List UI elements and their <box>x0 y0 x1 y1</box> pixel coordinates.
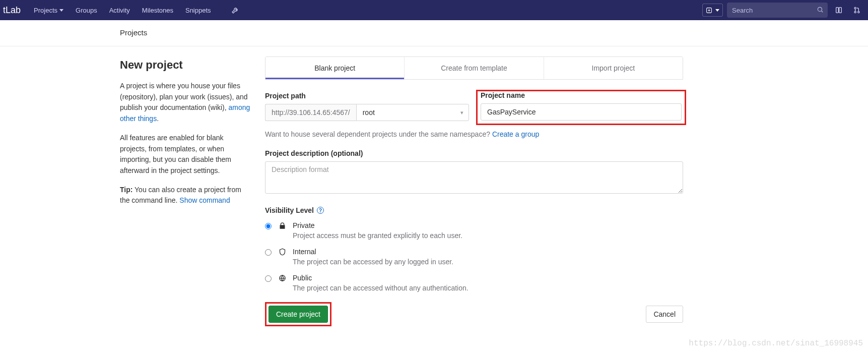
tab-import-project[interactable]: Import project <box>544 57 683 79</box>
visibility-level-label: Visibility Level ? <box>265 206 683 214</box>
breadcrumb: Projects <box>0 20 868 46</box>
brand[interactable]: tLab <box>0 5 28 16</box>
tab-blank-project[interactable]: Blank project <box>265 57 405 79</box>
visibility-private-name: Private <box>293 221 462 229</box>
nav-milestones[interactable]: Milestones <box>136 0 179 20</box>
search-icon[interactable] <box>817 6 824 15</box>
project-path-label: Project path <box>265 92 469 100</box>
namespace-value: root <box>363 108 375 116</box>
project-description-label: Project description (optional) <box>265 149 683 157</box>
breadcrumb-projects[interactable]: Projects <box>120 28 147 37</box>
svg-point-4 <box>854 7 856 9</box>
visibility-public-desc: The project can be accessed without any … <box>293 284 469 292</box>
container: New project A project is where you house… <box>0 46 695 346</box>
create-group-link[interactable]: Create a group <box>492 130 539 138</box>
globe-icon <box>278 274 287 282</box>
visibility-internal-desc: The project can be accessed by any logge… <box>293 258 453 266</box>
search-input[interactable] <box>732 7 817 14</box>
sidebar-p2: All features are enabled for blank proje… <box>120 133 251 177</box>
svg-rect-3 <box>839 8 842 13</box>
search-wrapper <box>727 3 828 18</box>
nav-activity[interactable]: Activity <box>103 0 136 20</box>
shield-icon <box>278 248 287 256</box>
project-name-label: Project name <box>481 91 682 99</box>
navbar-left: tLab Projects Groups Activity Milestones… <box>0 0 702 20</box>
chevron-down-icon <box>715 9 719 12</box>
visibility-private-desc: Project access must be granted explicitl… <box>293 231 462 240</box>
chevron-down-icon <box>59 9 63 12</box>
lock-icon <box>278 221 287 229</box>
sidebar-tip: Tip: You can also create a project from … <box>120 185 251 206</box>
path-name-row: Project path http://39.106.14.65:4567/ r… <box>265 92 683 125</box>
visibility-internal-body: Internal The project can be accessed by … <box>293 248 453 266</box>
project-name-highlight: Project name <box>476 90 686 125</box>
nav-groups[interactable]: Groups <box>70 0 103 20</box>
project-path-col: Project path http://39.106.14.65:4567/ r… <box>265 92 469 121</box>
namespace-hint: Want to house several dependent projects… <box>265 130 683 138</box>
tab-create-from-template[interactable]: Create from template <box>405 57 544 79</box>
page-title: New project <box>120 56 251 74</box>
tip-label: Tip: <box>120 186 132 194</box>
visibility-radio-public[interactable] <box>265 275 272 282</box>
visibility-public-body: Public The project can be accessed witho… <box>293 274 469 292</box>
issues-icon[interactable] <box>832 6 846 14</box>
nav-snippets[interactable]: Snippets <box>179 0 217 20</box>
visibility-radio-internal[interactable] <box>265 249 272 256</box>
visibility-public-name: Public <box>293 274 469 282</box>
visibility-radio-private[interactable] <box>265 223 272 229</box>
navbar-right <box>702 3 864 18</box>
visibility-option-internal[interactable]: Internal The project can be accessed by … <box>265 248 683 266</box>
project-description-input[interactable] <box>265 161 683 194</box>
tabs: Blank project Create from template Impor… <box>265 56 683 80</box>
visibility-level-text: Visibility Level <box>265 206 314 214</box>
nav-projects-label: Projects <box>34 7 57 14</box>
sidebar-p1-dot: . <box>157 114 159 123</box>
nav-projects[interactable]: Projects <box>28 0 70 20</box>
merge-requests-icon[interactable] <box>850 6 864 14</box>
visibility-internal-name: Internal <box>293 248 453 256</box>
sidebar-info: New project A project is where you house… <box>120 56 251 214</box>
svg-point-1 <box>818 7 822 11</box>
new-dropdown-button[interactable] <box>702 4 723 17</box>
create-project-highlight: Create project <box>265 302 331 326</box>
svg-rect-2 <box>836 8 839 13</box>
create-project-button[interactable]: Create project <box>269 306 328 323</box>
show-command-link[interactable]: Show command <box>179 196 230 204</box>
path-group: http://39.106.14.65:4567/ root ▾ <box>265 104 469 121</box>
path-base-url: http://39.106.14.65:4567/ <box>265 104 356 121</box>
form-footer: Create project Cancel <box>265 302 683 326</box>
visibility-option-private[interactable]: Private Project access must be granted e… <box>265 221 683 240</box>
navbar: tLab Projects Groups Activity Milestones… <box>0 0 868 20</box>
project-name-col: Project name <box>479 92 683 125</box>
admin-wrench-icon[interactable] <box>228 6 242 14</box>
project-name-input[interactable] <box>481 103 682 121</box>
cancel-button[interactable]: Cancel <box>646 306 683 323</box>
watermark: https://blog.csdn.net/sinat_16998945 <box>689 339 863 346</box>
namespace-hint-text: Want to house several dependent projects… <box>265 130 492 138</box>
main-form: Blank project Create from template Impor… <box>265 56 683 326</box>
svg-point-6 <box>858 11 859 13</box>
svg-point-5 <box>854 11 856 13</box>
visibility-private-body: Private Project access must be granted e… <box>293 221 462 240</box>
help-icon[interactable]: ? <box>317 207 324 214</box>
namespace-select[interactable]: root ▾ <box>356 104 469 121</box>
chevron-down-icon: ▾ <box>460 109 463 116</box>
sidebar-p1: A project is where you house your files … <box>120 81 251 125</box>
visibility-option-public[interactable]: Public The project can be accessed witho… <box>265 274 683 292</box>
